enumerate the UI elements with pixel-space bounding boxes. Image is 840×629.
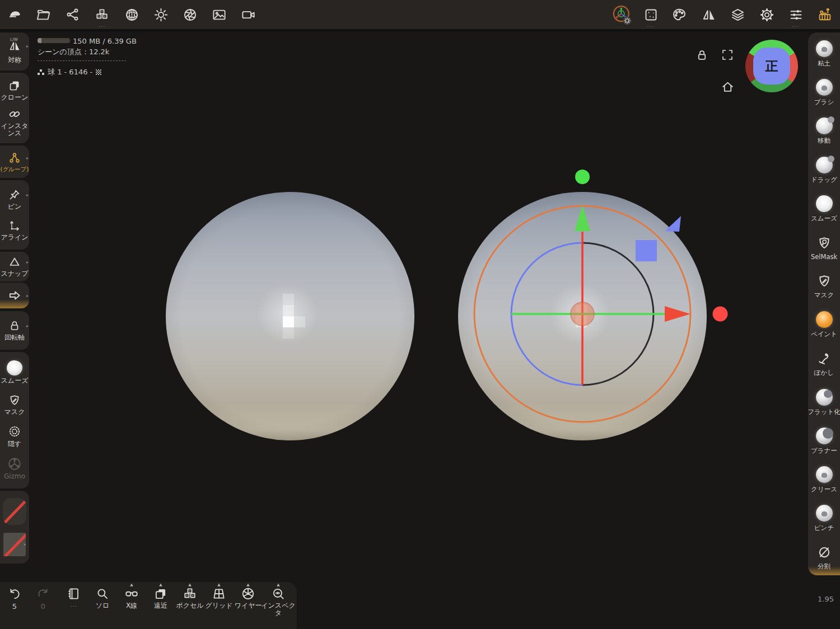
hud-divider — [38, 60, 126, 61]
gizmo-x-axis-arrow[interactable] — [665, 306, 690, 322]
smudge-brush-icon — [816, 351, 832, 367]
sidebar-item-pin[interactable]: ピン ▸ — [0, 188, 29, 210]
tool-move[interactable]: 移動 — [808, 112, 840, 151]
tool-label: ブラシ — [814, 98, 834, 106]
sidebar-item-instance[interactable]: インスタンス — [0, 107, 29, 138]
sidebar-item-gizmo[interactable]: Gizmo — [0, 457, 29, 480]
sidebar-item-rotation-axis[interactable]: 回転軸 ▸ — [0, 319, 29, 341]
tool-selmask[interactable]: SelMask — [808, 228, 840, 267]
sidebar-item-label: スナップ — [1, 270, 28, 278]
palette-icon[interactable] — [668, 3, 690, 26]
voxel-button[interactable]: ▲ ボクセル — [174, 586, 206, 609]
sidebar-item-symmetry[interactable]: L/W 対称 ▸ — [0, 39, 29, 64]
sidebar-item-smooth[interactable]: スムーズ — [0, 360, 29, 384]
lock-view-button[interactable] — [690, 44, 713, 66]
sidebar-item-hide[interactable]: 隠す — [0, 424, 29, 448]
tool-label: ぼかし — [814, 369, 834, 377]
history-notebook-button[interactable]: ... — [58, 586, 90, 608]
scene-graph-icon[interactable] — [62, 3, 84, 26]
tool-drag[interactable]: ドラッグ — [808, 151, 840, 190]
topology-globe-icon[interactable] — [120, 3, 143, 26]
tool-pinch[interactable]: ピンチ — [808, 499, 840, 538]
tool-label: SelMask — [811, 253, 837, 261]
solo-button[interactable]: ソロ — [87, 586, 118, 609]
render-aperture-icon[interactable] — [179, 3, 201, 26]
tool-planar[interactable]: プラナー — [808, 422, 840, 461]
background-image-icon[interactable] — [208, 3, 230, 26]
tool-label: ペイント — [811, 330, 837, 339]
caret-up-icon: ▲ — [261, 583, 296, 587]
sidebar-item-label: (グループ) — [1, 166, 29, 173]
caret-up-icon: ▲ — [145, 583, 176, 587]
tool-mask[interactable]: マスク — [808, 267, 840, 306]
undo-count: 5 — [12, 602, 17, 611]
gizmo-settings-icon[interactable] — [610, 3, 633, 26]
tool-list-scroll-glow — [808, 566, 840, 575]
home-view-button[interactable] — [716, 76, 739, 98]
top-toolbar: ... — [0, 0, 840, 29]
tool-label: 移動 — [818, 137, 830, 145]
chevron-right-icon: ▸ — [26, 193, 29, 198]
mesh-tree-icon — [37, 69, 45, 76]
matcap-none-swatch[interactable] — [3, 498, 26, 525]
tool-label: クリース — [811, 485, 837, 494]
chevron-right-icon: ▸ — [26, 323, 29, 328]
wireframe-button[interactable]: ▲ ワイヤー — [232, 586, 264, 609]
bottom-item-label: グリッド — [205, 602, 232, 609]
transform-gizmo — [437, 157, 739, 436]
camera-video-icon[interactable] — [237, 3, 259, 26]
scene-object-row[interactable]: 球 1 - 6146 - — [37, 67, 102, 77]
smooth-blob-icon — [816, 195, 833, 212]
bottom-item-label: ワイヤー — [235, 602, 262, 609]
sidebar-item-snap[interactable]: スナップ ▸ — [0, 255, 29, 278]
sidebar-item-clone[interactable]: クローン — [0, 79, 29, 101]
orientation-front-face[interactable]: 正 — [753, 48, 790, 85]
left-panel-rotation-axis: 回転軸 ▸ — [0, 311, 29, 350]
dither-icon — [95, 69, 102, 76]
gizmo-plane-triangle-handle[interactable] — [665, 216, 681, 232]
chevron-right-icon: ▸ — [26, 260, 29, 265]
lighting-sun-icon[interactable] — [150, 3, 172, 26]
redo-count: 0 — [41, 602, 45, 611]
tool-brush[interactable]: ブラシ — [808, 73, 840, 112]
orientation-ball[interactable]: 正 — [745, 40, 798, 92]
sidebar-item-label: マスク — [4, 409, 25, 416]
gizmo-scale-square-handle[interactable] — [636, 240, 657, 261]
sidebar-item-label: 回転軸 — [4, 334, 25, 341]
specular-highlight — [283, 316, 294, 327]
xray-button[interactable]: ▲ X線 — [116, 586, 147, 609]
sidebar-item-mask[interactable]: マスク — [0, 393, 29, 416]
layers-icon[interactable] — [726, 3, 749, 26]
fullscreen-button[interactable] — [716, 44, 739, 66]
tool-crease[interactable]: クリース — [808, 461, 840, 499]
gizmo-green-dot-handle[interactable] — [575, 170, 590, 184]
clay-sphere-icon — [816, 40, 833, 57]
inspector-button[interactable]: ▲ インスペクタ — [261, 586, 296, 617]
texture-none-swatch[interactable]: ▸ — [3, 533, 26, 556]
sidebar-item-align[interactable]: アライン — [0, 219, 29, 241]
sidebar-item-label: インスタンス — [1, 123, 29, 138]
gizmo-y-axis-arrow[interactable] — [575, 205, 590, 231]
gizmo-red-dot-handle[interactable] — [713, 307, 728, 322]
tool-blur[interactable]: ぼかし — [808, 345, 840, 383]
memory-usage-text: 150 MB / 6.39 GB — [73, 37, 137, 45]
perspective-button[interactable]: ▲ 遠近 — [145, 586, 176, 609]
sidebar-item-group[interactable]: (グループ) ▸ — [0, 151, 29, 173]
grid-button[interactable]: ▲ グリッド — [203, 586, 235, 609]
specular-highlight — [283, 305, 294, 316]
settings-gear-icon[interactable] — [755, 3, 778, 26]
files-folder-icon[interactable] — [32, 3, 54, 26]
mirror-symmetry-icon[interactable] — [697, 3, 720, 26]
app-logo[interactable] — [4, 3, 26, 26]
memory-usage-bar — [38, 38, 70, 43]
tool-smooth[interactable]: スムーズ — [808, 190, 840, 228]
toolbox-icon[interactable] — [814, 3, 836, 26]
bottom-item-label: 遠近 — [154, 602, 167, 609]
redo-button[interactable]: 0 — [27, 586, 59, 611]
tool-paint[interactable]: ペイント — [808, 306, 840, 344]
undo-button[interactable]: 5 — [0, 586, 30, 611]
sliders-more-dots: ... — [785, 22, 807, 28]
tool-clay[interactable]: 粘土 — [808, 35, 840, 73]
shield-pen-icon — [816, 273, 832, 289]
tool-flatten[interactable]: フラット化 — [808, 383, 840, 422]
